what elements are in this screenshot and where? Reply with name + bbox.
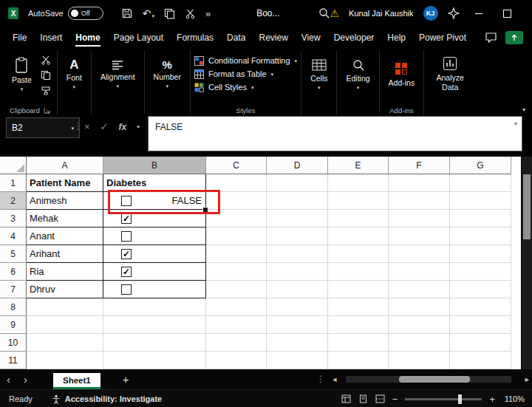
splitter-dots-icon[interactable]: ⋮ [316, 374, 325, 384]
zoom-out-icon[interactable]: − [392, 394, 398, 404]
empty-cell[interactable] [206, 228, 267, 245]
empty-cell[interactable] [328, 352, 389, 369]
row-header-6[interactable]: 6 [0, 263, 27, 281]
empty-cell[interactable] [267, 174, 328, 192]
empty-cell[interactable] [450, 298, 511, 316]
close-button[interactable]: × [527, 4, 532, 23]
maximize-button[interactable] [498, 4, 517, 23]
col-header-d[interactable]: D [267, 157, 328, 174]
row-header-5[interactable]: 5 [0, 245, 27, 263]
cell-a5[interactable]: Arihant [27, 245, 103, 263]
empty-cell[interactable] [389, 192, 450, 210]
cell-a4[interactable]: Anant [27, 228, 103, 245]
empty-cell[interactable] [267, 192, 328, 210]
alignment-button[interactable]: Alignment ▾ [95, 58, 140, 90]
empty-cell[interactable] [328, 316, 389, 334]
cell-a6[interactable]: Ria [27, 263, 103, 281]
add-ins-button[interactable]: Add-ins [383, 60, 420, 89]
tab-home[interactable]: Home [69, 28, 106, 47]
col-header-c[interactable]: C [206, 157, 267, 174]
row-header-8[interactable]: 8 [0, 298, 27, 316]
empty-cell[interactable] [267, 316, 328, 334]
empty-cell[interactable] [328, 210, 389, 228]
empty-cell[interactable] [389, 210, 450, 228]
empty-cell[interactable] [328, 245, 389, 263]
empty-cell[interactable] [450, 192, 511, 210]
cell-b6[interactable]: ✓ [103, 263, 206, 281]
tab-file[interactable]: File [6, 28, 33, 47]
empty-cell[interactable] [206, 263, 267, 281]
zoom-slider[interactable] [405, 398, 482, 400]
empty-cell[interactable] [206, 192, 267, 210]
tab-insert[interactable]: Insert [33, 28, 69, 47]
empty-cell[interactable] [267, 228, 328, 245]
empty-cell[interactable] [267, 298, 328, 316]
tab-help[interactable]: Help [381, 28, 412, 47]
col-header-b[interactable]: B [103, 157, 206, 174]
sheet-nav-right-icon[interactable]: › [17, 374, 34, 385]
empty-cell[interactable] [267, 263, 328, 281]
empty-cell[interactable] [389, 352, 450, 369]
empty-cell[interactable] [328, 263, 389, 281]
confirm-entry-icon[interactable]: ✓ [100, 121, 109, 132]
empty-cell[interactable] [103, 316, 206, 334]
comments-icon[interactable] [485, 32, 498, 44]
warning-icon[interactable]: ⚠ [330, 8, 340, 18]
fill-handle[interactable] [202, 207, 208, 213]
row-header-3[interactable]: 3 [0, 210, 27, 228]
cut-icon[interactable] [185, 8, 196, 19]
row-header-10[interactable]: 10 [0, 334, 27, 352]
cell-styles-button[interactable]: Cell Styles ▾ [194, 83, 297, 92]
vertical-scrollbar-thumb[interactable] [523, 174, 531, 239]
more-commands-icon[interactable]: » [205, 8, 211, 19]
analyze-data-button[interactable]: Analyze Data [428, 55, 472, 92]
zoom-in-icon[interactable]: + [489, 394, 495, 404]
accessibility-status[interactable]: Accessibility: Investigate [52, 394, 162, 404]
empty-cell[interactable] [27, 352, 103, 369]
row-header-4[interactable]: 4 [0, 228, 27, 245]
empty-cell[interactable] [450, 334, 511, 352]
diabetes-checkbox[interactable]: ✓ [121, 213, 132, 224]
diabetes-checkbox[interactable]: ✓ [121, 196, 132, 206]
cut-button-icon[interactable] [41, 55, 51, 65]
empty-cell[interactable] [389, 263, 450, 281]
font-button[interactable]: A Font ▾ [61, 57, 87, 91]
new-sheet-button[interactable]: + [123, 374, 129, 385]
copy-button-icon[interactable] [41, 70, 51, 81]
diabetes-checkbox[interactable]: ✓ [121, 267, 132, 277]
editing-button[interactable]: Editing ▾ [341, 57, 375, 92]
page-break-view-icon[interactable] [375, 394, 385, 403]
diabetes-checkbox[interactable]: ✓ [121, 249, 132, 259]
row-header-2[interactable]: 2 [0, 192, 27, 210]
empty-cell[interactable] [389, 334, 450, 352]
cell-a1[interactable]: Patient Name [27, 174, 103, 192]
diabetes-checkbox[interactable]: ✓ [121, 284, 132, 295]
expand-formula-bar-icon[interactable]: ▾ [514, 120, 517, 127]
empty-cell[interactable] [450, 245, 511, 263]
search-button[interactable] [318, 7, 330, 19]
empty-cell[interactable] [450, 281, 511, 298]
empty-cell[interactable] [267, 281, 328, 298]
undo-button[interactable]: ↶ ▾ [143, 8, 154, 18]
avatar[interactable]: KJ [423, 6, 438, 21]
zoom-level[interactable]: 110% [502, 394, 525, 403]
empty-cell[interactable] [389, 174, 450, 192]
horizontal-scrollbar[interactable] [346, 376, 511, 383]
conditional-formatting-button[interactable]: Conditional Formatting ▾ [194, 56, 297, 66]
empty-cell[interactable] [27, 298, 103, 316]
copilot-icon[interactable] [448, 7, 460, 19]
autosave-toggle[interactable]: Off [68, 7, 103, 20]
tab-developer[interactable]: Developer [327, 28, 381, 47]
empty-cell[interactable] [267, 245, 328, 263]
cell-b4[interactable]: ✓ [103, 228, 206, 245]
select-all-corner[interactable] [0, 157, 27, 174]
cell-b7[interactable]: ✓ [103, 281, 206, 298]
empty-cell[interactable] [27, 316, 103, 334]
empty-cell[interactable] [103, 352, 206, 369]
number-button[interactable]: % Number ▾ [149, 58, 186, 90]
collapse-ribbon-icon[interactable]: ▾ [522, 106, 525, 113]
empty-cell[interactable] [450, 316, 511, 334]
empty-cell[interactable] [389, 245, 450, 263]
diabetes-checkbox[interactable]: ✓ [121, 231, 132, 242]
empty-cell[interactable] [206, 174, 267, 192]
